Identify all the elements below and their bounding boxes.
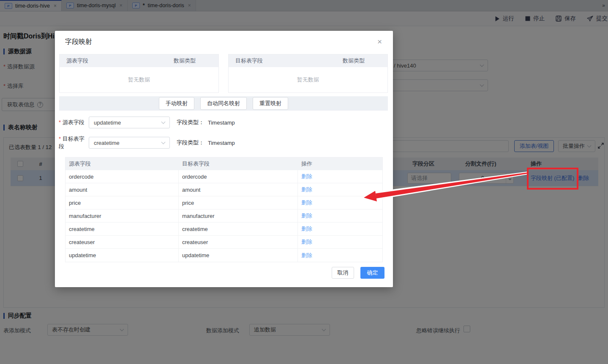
mapping-row: createtime createtime 删除	[65, 223, 382, 236]
mapping-row: manufacturer manufacturer 删除	[65, 209, 382, 223]
delete-mapping-link[interactable]: 删除	[301, 173, 312, 179]
target-field-cell: createtime	[179, 223, 298, 235]
source-field-cell: createuser	[65, 236, 179, 248]
source-field-type-value: Timestamp	[208, 120, 235, 126]
data-type-column-header: 数据类型	[174, 57, 196, 65]
chevron-down-icon	[161, 120, 166, 124]
source-field-select[interactable]: updatetime	[89, 117, 170, 128]
source-field-cell: amount	[65, 183, 179, 196]
source-field-cell: manufacturer	[65, 209, 179, 222]
data-type-column-header: 数据类型	[343, 57, 365, 65]
source-field-cell: price	[65, 196, 179, 209]
target-field-cell: ordercode	[179, 170, 298, 183]
field-type-label: 字段类型：	[177, 139, 204, 147]
cancel-button[interactable]: 取消	[332, 267, 354, 279]
target-field-cell: updatetime	[179, 249, 298, 262]
target-fields-preview-table: 目标表字段 数据类型 暂无数据	[228, 54, 388, 93]
delete-mapping-link[interactable]: 删除	[301, 186, 312, 193]
target-field-cell: createuser	[179, 236, 298, 248]
mapping-row: ordercode ordercode 删除	[65, 170, 382, 183]
target-field-cell: amount	[179, 183, 298, 196]
field-mapping-table: 源表字段 目标表字段 操作 ordercode ordercode 删除 amo…	[65, 157, 383, 262]
field-mapping-modal: 字段映射 × 源表字段 数据类型 暂无数据 目标表字段 数据类型 暂无数据 手动…	[55, 31, 393, 287]
delete-mapping-link[interactable]: 删除	[301, 239, 312, 245]
empty-state-text: 暂无数据	[60, 67, 218, 92]
mapping-mode-buttonbar: 手动映射 自动同名映射 重置映射	[59, 96, 388, 111]
manual-mapping-button[interactable]: 手动映射	[159, 97, 194, 110]
source-field-column-header: 源表字段	[60, 57, 174, 65]
source-field-cell: ordercode	[65, 170, 179, 183]
reset-mapping-button[interactable]: 重置映射	[253, 97, 288, 110]
delete-mapping-link[interactable]: 删除	[301, 199, 312, 206]
field-type-label: 字段类型：	[177, 119, 204, 126]
source-column-header: 源表字段	[65, 158, 179, 170]
source-field-cell: createtime	[65, 223, 179, 235]
mapping-row: updatetime updatetime 删除	[65, 249, 382, 262]
close-icon[interactable]: ×	[377, 38, 382, 46]
source-field-cell: updatetime	[65, 249, 179, 262]
action-column-header: 操作	[298, 160, 382, 168]
source-field-value: updatetime	[94, 120, 121, 126]
delete-mapping-link[interactable]: 删除	[301, 225, 312, 232]
modal-title: 字段映射	[65, 38, 92, 46]
mapping-table-header: 源表字段 目标表字段 操作	[65, 158, 382, 170]
target-field-value: createtime	[94, 140, 120, 146]
delete-mapping-link[interactable]: 删除	[301, 212, 312, 219]
target-field-select[interactable]: createtime	[89, 137, 170, 149]
target-field-column-header: 目标表字段	[229, 57, 343, 65]
target-field-cell: price	[179, 196, 298, 209]
auto-same-name-mapping-button[interactable]: 自动同名映射	[200, 97, 247, 110]
chevron-down-icon	[161, 140, 166, 144]
empty-state-text: 暂无数据	[229, 67, 387, 92]
delete-mapping-link[interactable]: 删除	[301, 252, 312, 258]
target-column-header: 目标表字段	[179, 158, 298, 170]
target-field-label: 目标表字段	[59, 135, 89, 150]
source-field-label: 源表字段	[59, 119, 89, 126]
mapping-row: amount amount 删除	[65, 183, 382, 196]
mapping-row: price price 删除	[65, 196, 382, 209]
source-fields-preview-table: 源表字段 数据类型 暂无数据	[59, 54, 219, 93]
mapping-row: createuser createuser 删除	[65, 236, 382, 249]
target-field-type-value: Timestamp	[208, 140, 235, 146]
target-field-cell: manufacturer	[179, 209, 298, 222]
confirm-button[interactable]: 确定	[360, 267, 384, 279]
